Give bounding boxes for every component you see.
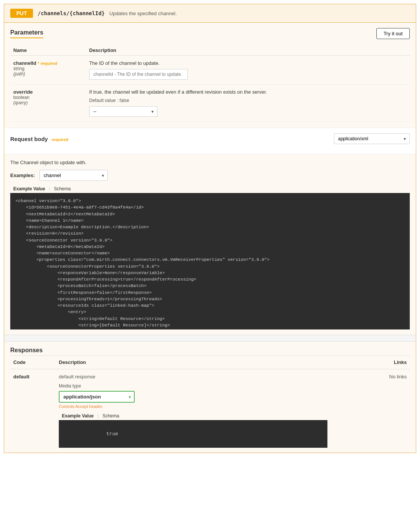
controls-accept-text: Controls Accept header.: [59, 404, 327, 409]
request-body-title-wrapper: Request body required: [10, 136, 68, 142]
default-value-override: Default value : false: [89, 98, 407, 103]
controls-accept-link[interactable]: Controls Accept header.: [59, 404, 103, 409]
media-type-select-wrapper: application/json application/xml ▼: [59, 391, 135, 403]
table-row: default default response Media type appl…: [10, 369, 410, 453]
code-content: <channel version="3.9.0"> <id>5651b9e8-7…: [16, 198, 311, 329]
endpoint-header: PUT /channels/{channelId} Updates the sp…: [4, 4, 416, 23]
examples-select-wrapper: channel ▼: [39, 170, 108, 181]
examples-row: Examples: channel ▼: [10, 170, 410, 181]
examples-label: Examples:: [10, 173, 35, 178]
body-description: The Channel object to update with.: [10, 160, 410, 165]
parameters-table: Name Description channelId * required st…: [10, 45, 410, 122]
responses-title: Responses: [10, 347, 410, 356]
try-it-button[interactable]: Try it out: [376, 28, 410, 39]
method-badge: PUT: [10, 9, 33, 18]
request-body-code: <channel version="3.9.0"> <id>5651b9e8-7…: [10, 193, 410, 329]
params-header: Parameters Try it out: [10, 23, 410, 42]
request-body-required: required: [52, 137, 68, 142]
examples-select[interactable]: channel: [39, 170, 108, 181]
param-name-override: override: [13, 89, 83, 95]
col-description: Description: [86, 45, 410, 56]
param-name-chanid: channelId: [13, 60, 36, 66]
media-type-select[interactable]: application/json application/xml: [59, 391, 135, 403]
resp-col-code: Code: [10, 356, 56, 369]
parameters-section: Parameters Try it out Name Description c…: [4, 23, 416, 128]
param-type-chanid: string: [13, 66, 83, 71]
resp-col-links: Links: [330, 356, 410, 369]
content-type-select[interactable]: application/xml application/json: [334, 133, 410, 144]
schema-tab[interactable]: Schema: [51, 185, 74, 193]
endpoint-description: Updates the specified channel.: [109, 11, 177, 16]
response-example-tabs: Example Value | Schema: [59, 412, 327, 420]
param-type-override: boolean: [13, 95, 83, 100]
example-value-tab[interactable]: Example Value: [10, 185, 48, 193]
param-desc-override: If true, the channel will be updated eve…: [89, 89, 407, 95]
request-body-title: Request body: [10, 136, 48, 142]
param-desc-chanid: The ID of the channel to update.: [89, 60, 407, 66]
table-row: override boolean (query) If true, the ch…: [10, 85, 410, 122]
default-label: Default value :: [89, 98, 118, 103]
param-location-chanid: (path): [13, 71, 83, 77]
response-code: default: [13, 374, 30, 380]
tab-separator: |: [48, 185, 51, 193]
resp-col-description: Description: [56, 356, 330, 369]
responses-table: Code Description Links default default r…: [10, 356, 410, 453]
example-tabs: Example Value | Schema: [10, 185, 410, 193]
section-divider: [4, 335, 416, 342]
override-select-wrapper: -- true false ▼: [89, 106, 157, 117]
media-type-label: Media type: [59, 383, 327, 389]
param-location-override: (query): [13, 100, 83, 105]
response-code-block: true: [59, 420, 327, 448]
resp-schema-tab[interactable]: Schema: [99, 412, 122, 420]
resp-example-value-tab[interactable]: Example Value: [59, 412, 97, 420]
chanid-input[interactable]: [89, 69, 188, 80]
resp-tab-separator: |: [97, 412, 99, 420]
responses-section: Responses Code Description Links default…: [4, 342, 416, 453]
table-row: channelId * required string (path) The I…: [10, 56, 410, 85]
no-links: No links: [389, 374, 407, 380]
response-code-value: true: [106, 431, 118, 437]
param-required-chanid: * required: [38, 61, 57, 66]
response-desc-text: default response: [59, 374, 327, 380]
request-body-header: Request body required application/xml ap…: [10, 133, 410, 144]
override-select[interactable]: -- true false: [89, 106, 157, 117]
request-body-section: Request body required application/xml ap…: [4, 128, 416, 154]
endpoint-path: /channels/{channelId}: [38, 10, 105, 16]
default-val: false: [120, 98, 129, 103]
content-type-wrapper: application/xml application/json ▼: [334, 133, 410, 144]
parameters-title: Parameters: [10, 29, 43, 38]
body-content: The Channel object to update with. Examp…: [4, 154, 416, 335]
col-name: Name: [10, 45, 86, 56]
